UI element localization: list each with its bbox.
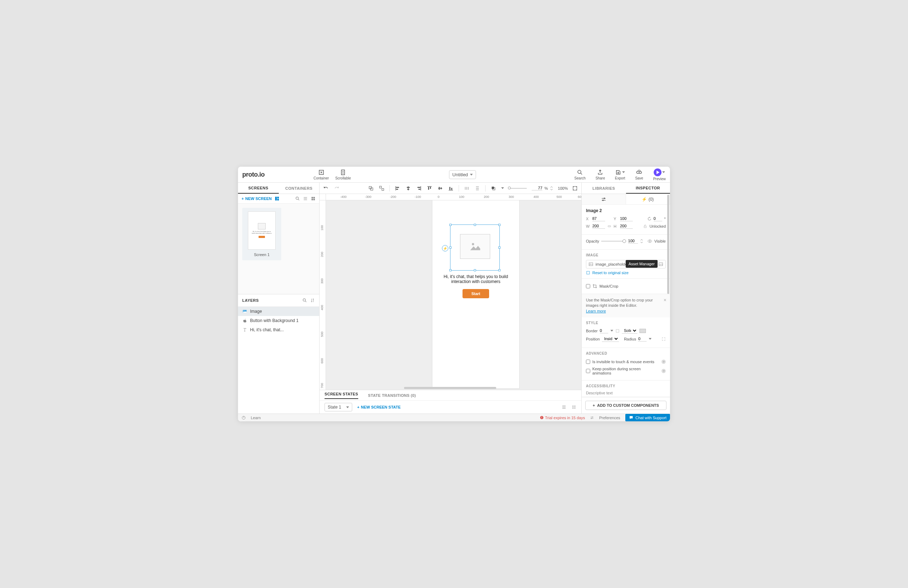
learn-link[interactable]: Learn bbox=[251, 416, 261, 420]
image-icon bbox=[242, 309, 247, 314]
mask-crop-checkbox[interactable] bbox=[586, 284, 590, 288]
layers-header: LAYERS bbox=[238, 294, 319, 307]
project-title-select[interactable]: Untitled bbox=[449, 170, 476, 179]
tab-screen-states[interactable]: SCREEN STATES bbox=[325, 392, 358, 399]
container-tool[interactable]: Container bbox=[314, 169, 329, 180]
preferences-link[interactable]: Preferences bbox=[599, 416, 620, 420]
w-input[interactable] bbox=[592, 224, 605, 229]
align-bottom-icon[interactable] bbox=[448, 185, 454, 191]
scrollable-tool[interactable]: Scrollable bbox=[335, 169, 351, 180]
chevron-down-icon[interactable] bbox=[610, 330, 613, 332]
x-input[interactable] bbox=[592, 216, 605, 221]
align-right-icon[interactable] bbox=[416, 185, 422, 191]
border-color-swatch[interactable] bbox=[639, 329, 646, 333]
canvas-image-element[interactable] bbox=[460, 234, 490, 259]
preferences-icon[interactable] bbox=[590, 416, 594, 420]
help-icon[interactable]: ? bbox=[662, 359, 666, 364]
undo-icon[interactable] bbox=[323, 185, 329, 191]
group-icon[interactable] bbox=[368, 185, 374, 191]
canvas-button-element[interactable]: Start bbox=[462, 289, 489, 298]
layer-image[interactable]: Image bbox=[238, 307, 319, 316]
h-input[interactable] bbox=[620, 224, 633, 229]
zoom-slider[interactable] bbox=[509, 188, 527, 188]
tab-inspector[interactable]: INSPECTOR bbox=[626, 183, 670, 193]
tab-libraries[interactable]: LIBRARIES bbox=[582, 183, 626, 193]
horizontal-scrollbar[interactable] bbox=[404, 387, 496, 389]
canvas-viewport[interactable]: Screen 1: State 1 375×812 77% bbox=[326, 200, 581, 390]
zoom-100-button[interactable]: 100% bbox=[558, 186, 568, 190]
grid-view-icon[interactable] bbox=[311, 196, 316, 201]
reset-size-link[interactable]: Reset to original size bbox=[592, 271, 628, 275]
border-position-select[interactable]: Inside bbox=[602, 336, 619, 342]
align-center-h-icon[interactable] bbox=[406, 185, 411, 191]
thumb-image-icon bbox=[258, 223, 266, 229]
rotation-input[interactable] bbox=[654, 216, 662, 221]
radius-input[interactable] bbox=[638, 336, 647, 342]
asset-manager-icon[interactable] bbox=[658, 262, 663, 267]
search-icon[interactable] bbox=[295, 196, 300, 201]
subtab-properties[interactable] bbox=[582, 194, 626, 204]
stepper-icon[interactable] bbox=[640, 239, 643, 243]
stepper-icon[interactable] bbox=[550, 186, 553, 190]
distribute-v-icon[interactable] bbox=[475, 185, 480, 191]
preview-button[interactable]: Preview bbox=[653, 168, 666, 181]
y-input[interactable] bbox=[620, 216, 633, 221]
svg-rect-4 bbox=[275, 197, 277, 201]
state-select[interactable]: State 1 bbox=[325, 403, 352, 411]
tab-containers[interactable]: CONTAINERS bbox=[279, 183, 320, 193]
align-middle-icon[interactable] bbox=[437, 185, 443, 191]
add-custom-components-button[interactable]: + ADD TO CUSTOM COMPONENTS bbox=[585, 401, 667, 410]
chat-support-button[interactable]: Chat with Support bbox=[625, 414, 670, 421]
invisible-touch-checkbox[interactable] bbox=[586, 359, 590, 364]
learn-more-link[interactable]: Learn more bbox=[586, 309, 606, 313]
redo-icon[interactable] bbox=[334, 185, 340, 191]
tab-state-transitions[interactable]: STATE TRANSITIONS (0) bbox=[368, 393, 416, 398]
link-icon[interactable] bbox=[607, 224, 612, 229]
help-icon[interactable] bbox=[241, 416, 246, 420]
opacity-slider[interactable] bbox=[601, 241, 626, 242]
chevron-down-icon[interactable] bbox=[501, 187, 504, 189]
zoom-input[interactable] bbox=[532, 186, 542, 190]
template-icon[interactable] bbox=[275, 196, 280, 201]
ungroup-icon[interactable] bbox=[379, 185, 385, 191]
align-left-icon[interactable] bbox=[395, 185, 401, 191]
right-scrollbar[interactable] bbox=[667, 195, 669, 396]
share-button[interactable]: Share bbox=[596, 169, 605, 180]
grid-view-icon[interactable] bbox=[572, 404, 576, 409]
new-screen-button[interactable]: + NEW SCREEN bbox=[241, 197, 272, 201]
arrange-icon[interactable] bbox=[491, 185, 496, 191]
distribute-h-icon[interactable] bbox=[464, 185, 470, 191]
ruler-vertical: 100 200 300 400 500 600 700 bbox=[320, 200, 326, 390]
eye-icon[interactable] bbox=[647, 239, 652, 244]
svg-line-8 bbox=[298, 199, 299, 200]
border-style-select[interactable]: Solid bbox=[622, 328, 638, 334]
search-button[interactable]: Search bbox=[574, 169, 586, 180]
subtab-interactions[interactable]: ⚡ (0) bbox=[626, 194, 670, 204]
new-state-button[interactable]: + NEW SCREEN STATE bbox=[357, 405, 401, 409]
fit-screen-icon[interactable] bbox=[572, 185, 578, 191]
screen-thumb-selected[interactable]: Hi, it's chat, that helps you tobuild in… bbox=[242, 208, 281, 260]
trial-warning[interactable]: Trial expires in 15 days bbox=[540, 416, 585, 420]
layer-text[interactable]: Hi, it's chat, that... bbox=[238, 325, 319, 334]
align-top-icon[interactable] bbox=[427, 185, 432, 191]
tab-screens[interactable]: SCREENS bbox=[238, 183, 279, 193]
export-button[interactable]: Export bbox=[615, 169, 625, 180]
layer-button[interactable]: Button with Background 1 bbox=[238, 316, 319, 325]
expand-corners-icon[interactable] bbox=[662, 337, 666, 341]
canvas-text-element[interactable]: Hi, it's chat, that helps you to build i… bbox=[443, 274, 509, 284]
border-width-input[interactable] bbox=[600, 328, 608, 333]
list-view-icon[interactable] bbox=[562, 404, 567, 409]
help-icon[interactable]: ? bbox=[662, 369, 666, 373]
opacity-input[interactable] bbox=[628, 238, 638, 244]
interaction-badge-icon[interactable]: ⚡ bbox=[442, 245, 448, 251]
svg-rect-55 bbox=[644, 226, 646, 228]
svg-rect-17 bbox=[369, 186, 372, 188]
search-icon[interactable] bbox=[302, 298, 307, 303]
keep-position-checkbox[interactable] bbox=[586, 369, 590, 373]
close-icon[interactable]: × bbox=[663, 297, 667, 304]
chevron-down-icon[interactable] bbox=[649, 338, 652, 340]
sort-icon[interactable] bbox=[310, 298, 315, 303]
lock-icon[interactable] bbox=[643, 224, 647, 229]
list-view-icon[interactable] bbox=[303, 196, 308, 201]
save-button[interactable]: Save bbox=[635, 169, 643, 180]
